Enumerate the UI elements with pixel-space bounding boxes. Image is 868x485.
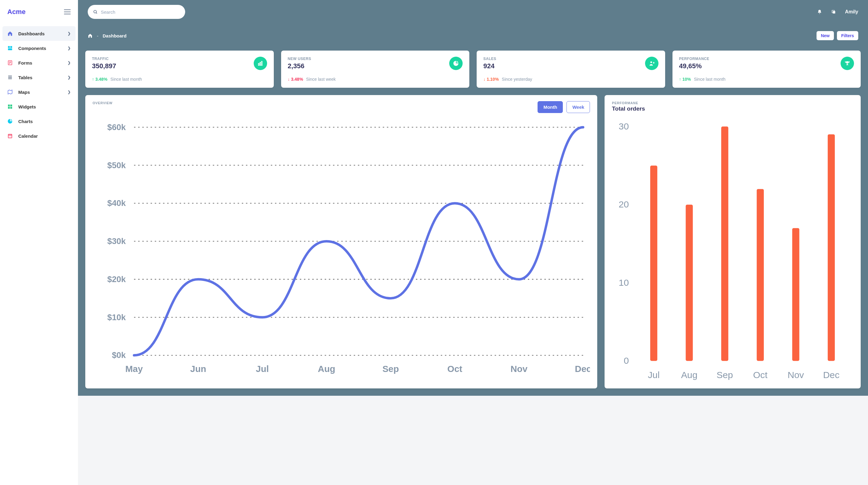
sidebar-item-label: Maps — [18, 90, 30, 95]
svg-point-25 — [650, 62, 652, 63]
widgets-icon — [7, 104, 13, 109]
stat-since: Since last month — [694, 77, 725, 82]
svg-text:Sep: Sep — [717, 370, 733, 380]
stat-card-new-users: NEW USERS 2,356 ↓ 3.48% Since last week — [281, 51, 470, 88]
sidebar-item-forms[interactable]: Forms ❯ — [2, 56, 75, 70]
filters-button[interactable]: Filters — [837, 31, 858, 40]
svg-rect-56 — [686, 205, 693, 361]
stat-label: SALES — [483, 57, 496, 61]
tables-icon — [7, 74, 13, 80]
svg-text:$60k: $60k — [107, 122, 126, 132]
stat-card-sales: SALES 924 ↓ 1.10% Since yesterday — [477, 51, 665, 88]
stat-since: Since last week — [306, 77, 336, 82]
svg-point-18 — [94, 10, 97, 13]
svg-rect-10 — [8, 104, 10, 106]
svg-text:0: 0 — [624, 356, 629, 366]
overview-panel: OVERVIEW Month Week $0k$10k$20k$30k$40k$… — [85, 95, 597, 388]
home-icon[interactable] — [88, 33, 93, 38]
svg-text:Sep: Sep — [382, 364, 399, 374]
svg-rect-13 — [10, 107, 12, 109]
segment-month[interactable]: Month — [537, 101, 563, 113]
sidebar-item-widgets[interactable]: Widgets — [2, 99, 75, 114]
sidebar-nav: Dashboards ❯ Components ❯ Forms ❯ Tables… — [0, 24, 78, 146]
svg-rect-2 — [8, 49, 12, 50]
main: Amily - Dashboard New Filters — [78, 0, 868, 485]
svg-text:10: 10 — [619, 277, 629, 287]
svg-text:Oct: Oct — [753, 370, 768, 380]
sidebar-item-components[interactable]: Components ❯ — [2, 41, 75, 56]
orders-title: Total orders — [612, 105, 854, 112]
breadcrumb: - Dashboard — [88, 33, 126, 38]
copy-icon[interactable] — [831, 9, 836, 14]
svg-text:Jul: Jul — [256, 364, 269, 374]
stat-value: 924 — [483, 62, 496, 70]
overview-segments: Month Week — [537, 101, 590, 113]
sidebar-item-calendar[interactable]: Calendar — [2, 128, 75, 143]
orders-panel: PERFORMANE Total orders 0102030JulAugSep… — [604, 95, 861, 388]
svg-rect-24 — [261, 61, 262, 65]
stat-label: NEW USERS — [288, 57, 311, 61]
sidebar-item-label: Charts — [18, 119, 33, 124]
trophy-icon — [841, 57, 854, 70]
breadcrumb-sep: - — [97, 33, 98, 38]
chevron-right-icon: ❯ — [68, 31, 71, 36]
svg-text:$10k: $10k — [107, 312, 126, 322]
bell-icon[interactable] — [817, 9, 822, 14]
orders-bar-chart: 0102030JulAugSepOctNovDec — [612, 119, 854, 382]
brand-logo[interactable]: Acme — [7, 8, 26, 16]
home-icon — [7, 31, 13, 36]
svg-rect-58 — [721, 126, 728, 361]
sidebar-item-charts[interactable]: Charts — [2, 114, 75, 128]
forms-icon — [7, 60, 13, 65]
svg-text:Aug: Aug — [318, 364, 335, 374]
svg-text:$40k: $40k — [107, 198, 126, 208]
svg-text:Dec: Dec — [823, 370, 840, 380]
svg-text:20: 20 — [619, 199, 629, 209]
stat-delta: ↓ 3.48% — [288, 77, 303, 82]
svg-text:$30k: $30k — [107, 236, 126, 246]
svg-rect-62 — [792, 228, 799, 361]
stat-value: 2,356 — [288, 62, 311, 70]
user-name[interactable]: Amily — [845, 9, 858, 14]
stat-cards: TRAFFIC 350,897 ↑ 3.48% Since last month… — [78, 51, 868, 88]
sidebar-item-label: Calendar — [18, 133, 38, 139]
components-icon — [7, 46, 13, 51]
new-button[interactable]: New — [816, 31, 834, 40]
svg-text:Nov: Nov — [787, 370, 804, 380]
stat-since: Since last month — [111, 77, 142, 82]
stat-delta: ↑ 3.48% — [92, 77, 107, 82]
hamburger-icon[interactable] — [64, 9, 71, 14]
search-input[interactable] — [101, 9, 180, 14]
sidebar-item-label: Forms — [18, 60, 32, 65]
chevron-right-icon: ❯ — [68, 46, 71, 50]
overview-line-chart: $0k$10k$20k$30k$40k$50k$60kMayJunJulAugS… — [93, 120, 590, 376]
chart-panels: OVERVIEW Month Week $0k$10k$20k$30k$40k$… — [78, 88, 868, 396]
calendar-icon — [7, 133, 13, 139]
segment-week[interactable]: Week — [566, 101, 590, 113]
hero-section: Amily - Dashboard New Filters — [78, 0, 868, 396]
sidebar-item-dashboards[interactable]: Dashboards ❯ — [2, 26, 75, 41]
svg-text:Oct: Oct — [447, 364, 462, 374]
sidebar-item-tables[interactable]: Tables ❯ — [2, 70, 75, 85]
orders-overline: PERFORMANE — [612, 101, 854, 105]
sidebar-item-maps[interactable]: Maps ❯ — [2, 85, 75, 99]
stat-value: 49,65% — [679, 62, 710, 70]
svg-rect-23 — [260, 62, 261, 65]
bar-chart-icon — [254, 57, 267, 70]
chevron-right-icon: ❯ — [68, 61, 71, 65]
stat-label: PERFORMANCE — [679, 57, 710, 61]
svg-text:Dec: Dec — [575, 364, 590, 374]
svg-text:$50k: $50k — [107, 160, 126, 170]
svg-rect-12 — [8, 107, 10, 109]
topbar: Amily — [78, 0, 868, 24]
svg-rect-22 — [258, 63, 259, 65]
stat-value: 350,897 — [92, 62, 116, 70]
stat-delta: ↓ 1.10% — [483, 77, 499, 82]
overview-overline: OVERVIEW — [93, 101, 113, 105]
chevron-right-icon: ❯ — [68, 75, 71, 80]
search-box[interactable] — [88, 5, 185, 19]
sidebar-item-label: Widgets — [18, 104, 36, 109]
sidebar-item-label: Components — [18, 46, 46, 51]
breadcrumb-current: Dashboard — [103, 33, 126, 38]
charts-icon — [7, 119, 13, 124]
